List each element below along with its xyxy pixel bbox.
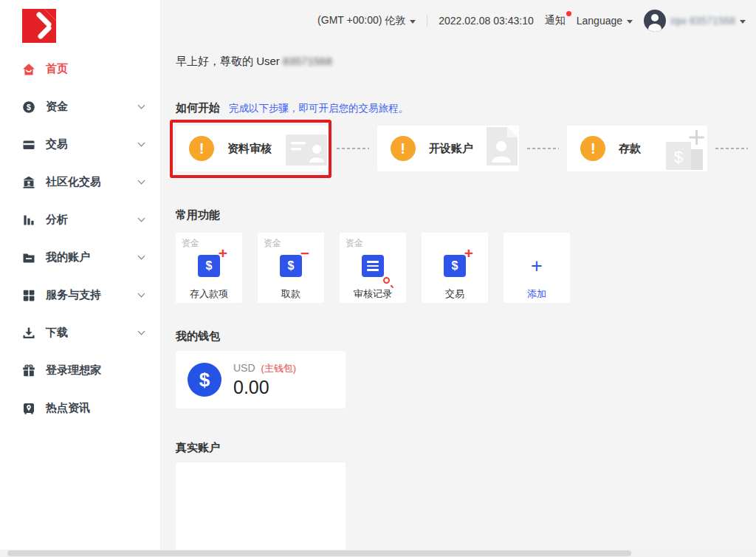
sidebar-item-label: 服务与支持 [46,288,139,302]
quick-card-trade[interactable]: $ + 交易 [422,233,488,303]
plus-mark-icon: + [219,245,227,261]
services-icon [22,289,35,302]
exclamation-icon: ! [391,136,416,161]
add-icon: + [531,253,543,278]
chevron-down-icon [138,253,145,260]
sidebar-item-trade[interactable]: 交易 [0,126,160,163]
quick-card-category: 资金 [182,237,199,250]
user-name-blurred: Iqw 83571568 [670,15,735,27]
trade-plus-icon: $ + [444,253,466,278]
language-label: Language [577,15,622,27]
analysis-icon [22,213,35,227]
sidebar-item-label: 分析 [46,213,139,227]
live-accounts-title: 真实账户 [176,441,756,455]
step-card-deposit[interactable]: ! 存款 $ [567,126,707,171]
quick-card-label: 添加 [527,287,546,301]
svg-text:$: $ [674,148,683,166]
step-connector-dashed [337,148,369,149]
quick-card-label: 存入款项 [190,287,228,301]
quick-card-add[interactable]: + 添加 [504,233,570,303]
chevron-down-icon [138,290,145,298]
gift-icon [22,364,35,377]
svg-text:$: $ [27,102,31,111]
step-card-open-account[interactable]: ! 开设账户 [377,126,519,171]
quick-functions-row: 资金 $ + 存入款项 资金 $ − 取款 资金 审核记录 [176,233,756,303]
chevron-down-icon [138,177,145,185]
quick-card-category: 资金 [346,237,363,250]
sidebar-item-label: 我的账户 [46,250,139,264]
sidebar-item-community-trade[interactable]: 社区化交易 [0,163,160,201]
download-icon [22,327,35,340]
onboarding-subtitle-link[interactable]: 完成以下步骤，即可开启您的交易旅程。 [229,102,408,115]
community-trade-icon [22,176,35,189]
step-connector-dashed [715,148,748,149]
sidebar-item-label: 首页 [46,62,144,76]
timezone-dropdown[interactable]: (GMT +00:00) 伦敦 [317,14,416,27]
sidebar-item-home[interactable]: 首页 [0,50,160,88]
chevron-down-icon [138,215,145,222]
sidebar-item-label: 资金 [46,100,139,114]
caret-down-icon [410,20,416,24]
brand-logo-icon [22,9,56,43]
main-content: (GMT +00:00) 伦敦 2022.02.08 03:43:10 通知 L… [161,0,756,557]
language-dropdown[interactable]: Language [577,15,633,27]
wallet-balance: 0.00 [233,377,296,398]
sidebar-item-label: 热点资讯 [46,401,144,415]
trade-icon [22,138,35,151]
sidebar-item-my-account[interactable]: 我的账户 [0,239,160,276]
step-connector-dashed [527,148,560,149]
wallet-currency: USD [233,362,255,374]
withdraw-icon: $ − [280,253,302,278]
sidebar-item-funds[interactable]: $ 资金 [0,88,160,126]
audit-records-icon [362,253,384,278]
sidebar-item-login-lixiangjia[interactable]: 登录理想家 [0,352,160,389]
deposit-icon: $ + [198,253,220,278]
onboarding-title: 如何开始 [176,101,220,115]
caret-down-icon [740,20,746,24]
avatar [644,10,666,32]
home-icon [22,63,35,76]
quick-card-audit-records[interactable]: 资金 审核记录 [340,233,406,303]
my-account-icon [22,251,35,264]
id-card-illustration [286,134,327,168]
quick-card-deposit[interactable]: 资金 $ + 存入款项 [176,233,242,303]
timezone-label: (GMT +00:00) 伦敦 [317,14,405,27]
quick-card-withdraw[interactable]: 资金 $ − 取款 [258,233,324,303]
brand-logo[interactable] [22,9,56,43]
horizontal-scrollbar-thumb[interactable] [7,550,631,556]
chevron-down-icon [138,140,145,147]
sidebar-item-hot-news[interactable]: 热点资讯 [0,389,160,427]
greeting-text: 早上好，尊敬的 User [176,55,280,67]
header-divider [427,15,427,27]
person-document-illustration [487,127,518,168]
sidebar-item-analysis[interactable]: 分析 [0,201,160,239]
sidebar-item-label: 交易 [46,137,139,151]
step-card-profile-review[interactable]: ! 资料审核 [176,126,329,171]
quick-card-category: 资金 [264,237,281,250]
chevron-down-icon [138,102,145,109]
exclamation-icon: ! [189,136,214,161]
quick-card-label: 审核记录 [354,287,392,301]
wallet-card[interactable]: $ USD (主钱包) 0.00 [176,351,346,409]
minus-mark-icon: − [300,245,309,261]
caret-down-icon [627,20,633,24]
user-menu[interactable]: Iqw 83571568 [644,10,746,32]
quick-card-label: 交易 [445,287,464,301]
sidebar-menu: 首页 $ 资金 交易 社区化交易 分析 [0,50,160,427]
magnifier-icon [383,277,390,284]
sidebar-item-label: 登录理想家 [46,363,144,377]
step-label: 开设账户 [429,142,473,156]
wallet-main-tag: (主钱包) [261,363,296,374]
sidebar-item-services[interactable]: 服务与支持 [0,276,160,314]
chevron-down-icon [138,328,145,335]
quick-functions-title: 常用功能 [176,208,756,222]
notifications-button[interactable]: 通知 [545,14,566,27]
greeting-line: 早上好，尊敬的 User 83571568 [176,55,756,69]
dollar-plus-illustration: $ [666,127,706,168]
notifications-label: 通知 [545,14,566,27]
quick-card-label: 取款 [281,287,300,301]
sidebar-item-download[interactable]: 下载 [0,314,160,352]
usd-wallet-icon: $ [188,363,221,397]
live-account-card [176,462,346,557]
exclamation-icon: ! [580,136,605,161]
